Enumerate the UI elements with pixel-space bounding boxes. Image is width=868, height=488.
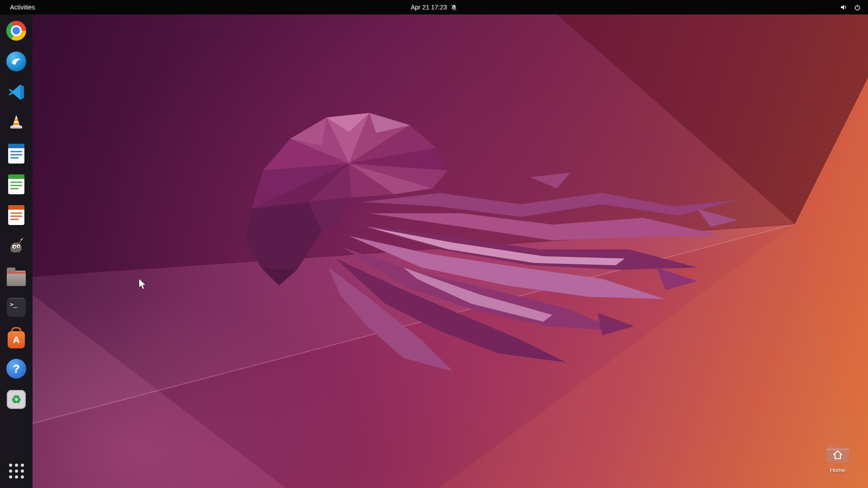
- thunderbird-icon: [6, 52, 26, 71]
- volume-icon[interactable]: [840, 4, 847, 11]
- dock-item-libreoffice-impress[interactable]: [4, 202, 29, 228]
- home-folder-icon: [825, 457, 850, 465]
- desktop-wallpaper: Home: [33, 14, 868, 488]
- gimp-icon: [6, 236, 26, 256]
- dock-item-vlc[interactable]: [4, 110, 29, 136]
- power-icon[interactable]: [854, 4, 861, 11]
- clock-menu-button[interactable]: Apr 21 17:23: [410, 0, 457, 14]
- vlc-icon: [7, 113, 26, 132]
- dock-item-ubuntu-software[interactable]: A: [4, 325, 29, 351]
- dock-item-help[interactable]: ?: [4, 356, 29, 381]
- clock-label: Apr 21 17:23: [410, 4, 447, 11]
- dock-item-chrome[interactable]: [4, 18, 29, 43]
- top-bar: Activities Apr 21 17:23: [0, 0, 868, 14]
- software-updater-icon: ♻: [7, 390, 26, 409]
- dock-item-files[interactable]: [4, 264, 29, 289]
- files-icon: [7, 271, 26, 286]
- vscode-icon: [7, 83, 25, 101]
- terminal-icon: >_: [7, 298, 26, 317]
- help-icon: ?: [6, 359, 26, 379]
- notifications-disabled-icon: [451, 4, 458, 11]
- show-applications-button[interactable]: [4, 458, 29, 483]
- libreoffice-calc-icon: [8, 174, 24, 194]
- chrome-icon: [6, 21, 26, 41]
- dock-item-libreoffice-writer[interactable]: [4, 141, 29, 166]
- help-question-glyph: ?: [13, 362, 19, 375]
- ubuntu-software-icon: A: [8, 331, 25, 348]
- ubuntu-desktop: Home Activities Apr 21 17:23: [0, 0, 868, 488]
- libreoffice-impress-icon: [8, 205, 24, 225]
- home-folder-label: Home: [820, 467, 855, 474]
- dock-item-libreoffice-calc[interactable]: [4, 172, 29, 197]
- dock-item-thunderbird[interactable]: [4, 49, 29, 74]
- dock-item-software-updater[interactable]: ♻: [4, 387, 29, 412]
- system-status-area[interactable]: [840, 4, 861, 11]
- libreoffice-writer-icon: [8, 144, 24, 164]
- terminal-prompt-glyph: >_: [10, 301, 17, 308]
- activities-button[interactable]: Activities: [5, 2, 39, 12]
- show-applications-icon: [9, 464, 24, 479]
- home-folder-desktop-icon[interactable]: Home: [820, 443, 855, 474]
- software-bag-letter: A: [8, 331, 25, 348]
- dock-item-vscode[interactable]: [4, 80, 29, 105]
- updater-recycle-glyph: ♻: [11, 393, 21, 406]
- dock-item-gimp[interactable]: [4, 233, 29, 258]
- dock-item-terminal[interactable]: >_: [4, 295, 29, 320]
- dock: >_ A ? ♻: [0, 14, 33, 488]
- wallpaper-artwork: [33, 14, 868, 488]
